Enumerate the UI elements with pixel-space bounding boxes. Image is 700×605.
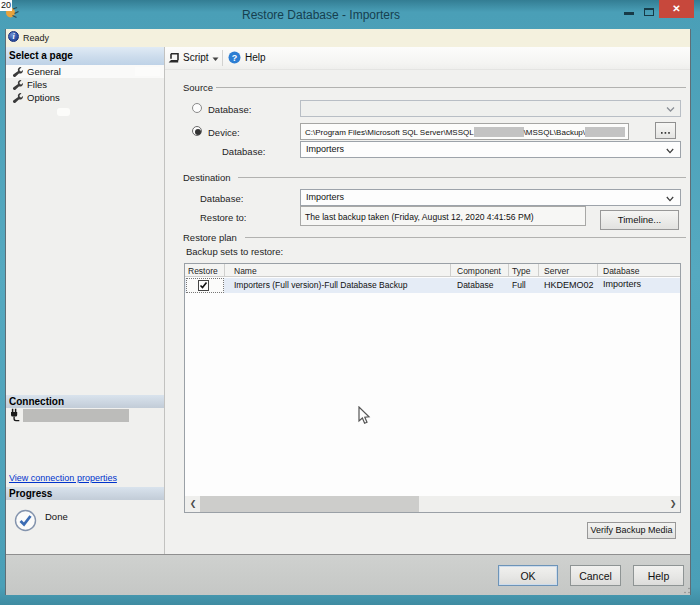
svg-text:?: ?: [232, 53, 238, 63]
